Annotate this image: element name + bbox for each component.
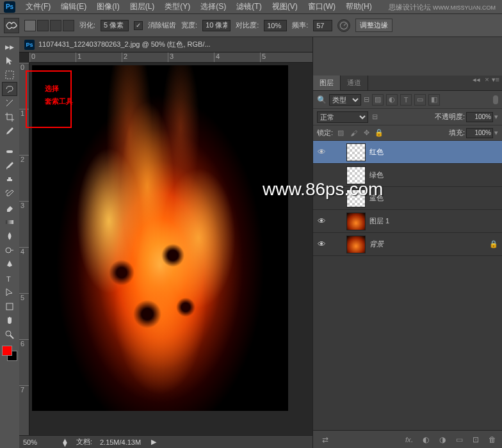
layer-row[interactable]: 👁 红色 <box>313 141 502 164</box>
lock-all-icon[interactable]: 🔒 <box>374 128 384 138</box>
lock-position-icon[interactable]: ✥ <box>361 128 371 138</box>
refine-edge-button[interactable]: 调整边缘 <box>355 19 393 32</box>
selection-new[interactable] <box>24 20 36 31</box>
eraser-tool[interactable] <box>2 201 17 215</box>
document-tab[interactable]: Ps 11074431_122403780263_2.jpg @ 50% (红色… <box>19 37 312 52</box>
opacity-input[interactable] <box>466 112 493 122</box>
menu-filter[interactable]: 滤镜(T) <box>231 1 266 12</box>
tab-layers[interactable]: 图层 <box>313 76 341 90</box>
filter-smart-icon[interactable]: ◧ <box>428 94 440 106</box>
filter-toggle[interactable] <box>493 95 498 104</box>
eyedropper-tool[interactable] <box>2 124 17 138</box>
dodge-tool[interactable] <box>2 243 17 257</box>
layer-thumbnail[interactable] <box>346 189 366 207</box>
layer-thumbnail[interactable] <box>346 166 366 184</box>
menu-type[interactable]: 类型(Y) <box>159 1 195 12</box>
toolbar: ▸▸ T <box>0 37 19 448</box>
antialias-checkbox[interactable]: ✓ <box>134 21 143 30</box>
feather-input[interactable] <box>101 20 129 31</box>
menu-layer[interactable]: 图层(L) <box>125 1 160 12</box>
menu-view[interactable]: 视图(V) <box>267 1 303 12</box>
layer-thumbnail[interactable] <box>346 212 366 230</box>
zoom-stepper[interactable]: ▲▼ <box>61 438 69 446</box>
panel-collapse-icon[interactable]: ◂◂ <box>473 76 480 84</box>
menu-help[interactable]: 帮助(H) <box>341 1 377 12</box>
menu-edit[interactable]: 编辑(E) <box>56 1 92 12</box>
filter-dropdown-icon[interactable]: ⊟ <box>364 95 369 104</box>
frequency-input[interactable] <box>313 20 332 31</box>
collapse-icon[interactable]: ▸▸ <box>2 40 17 54</box>
layer-thumbnail[interactable] <box>346 236 366 253</box>
filter-type-select[interactable]: 类型 <box>329 94 361 106</box>
delete-layer-icon[interactable]: 🗑 <box>487 434 498 445</box>
layer-fx-icon[interactable]: fx. <box>403 434 415 445</box>
selection-subtract[interactable] <box>50 20 61 31</box>
healing-brush-tool[interactable] <box>2 145 17 159</box>
zoom-tool[interactable] <box>2 328 17 342</box>
blend-mode-select[interactable]: 正常 <box>317 111 368 123</box>
filter-shape-icon[interactable]: ▭ <box>414 94 426 106</box>
visibility-icon[interactable]: 👁 <box>316 147 327 157</box>
move-tool[interactable] <box>2 54 17 68</box>
pressure-icon[interactable] <box>337 19 350 32</box>
lock-pixels-icon[interactable]: 🖌 <box>348 128 359 138</box>
path-select-tool[interactable] <box>2 285 17 300</box>
width-input[interactable] <box>202 20 231 31</box>
panel-menu-icon[interactable]: ▾≡ <box>492 76 499 84</box>
blur-tool[interactable] <box>2 229 17 243</box>
adjustment-layer-icon[interactable]: ◑ <box>437 434 448 445</box>
history-brush-tool[interactable] <box>2 187 17 201</box>
lasso-tool[interactable] <box>2 82 17 96</box>
brush-tool[interactable] <box>2 159 17 173</box>
layer-thumbnail[interactable] <box>346 143 366 161</box>
group-icon[interactable]: ▭ <box>453 434 465 445</box>
crop-tool[interactable] <box>2 110 17 124</box>
visibility-icon[interactable]: 👁 <box>316 216 327 226</box>
layer-row[interactable]: 蓝色 <box>313 187 502 210</box>
tab-channels[interactable]: 通道 <box>341 76 368 90</box>
contrast-input[interactable] <box>264 20 287 31</box>
lock-transparency-icon[interactable]: ▨ <box>336 128 346 138</box>
pen-tool[interactable] <box>2 257 17 271</box>
menu-file[interactable]: 文件(F) <box>20 1 56 12</box>
ruler-horizontal[interactable]: 012345 <box>29 52 312 63</box>
layer-row[interactable]: 👁 图层 1 <box>313 210 502 233</box>
marquee-tool[interactable] <box>2 68 17 82</box>
foreground-color[interactable] <box>2 346 12 356</box>
canvas[interactable] <box>32 65 288 411</box>
color-swatches[interactable] <box>2 346 17 361</box>
ruler-vertical[interactable]: 01234567 <box>19 63 29 435</box>
layer-name[interactable]: 绿色 <box>369 170 499 180</box>
zoom-level[interactable]: 50% <box>23 438 54 446</box>
selection-intersect[interactable] <box>63 20 74 31</box>
fill-input[interactable] <box>466 128 493 138</box>
menu-image[interactable]: 图像(I) <box>92 1 124 12</box>
layer-name[interactable]: 图层 1 <box>369 216 499 226</box>
clone-stamp-tool[interactable] <box>2 173 17 187</box>
type-tool[interactable]: T <box>2 271 17 285</box>
filter-type-icon[interactable]: T <box>400 94 412 106</box>
hand-tool[interactable] <box>2 314 17 328</box>
link-layers-icon[interactable]: ⇄ <box>320 434 331 445</box>
filter-adjust-icon[interactable]: ◐ <box>386 94 398 106</box>
contrast-label: 对比度: <box>236 20 259 30</box>
visibility-icon[interactable]: 👁 <box>316 239 327 249</box>
layer-name[interactable]: 红色 <box>369 147 499 157</box>
layer-name[interactable]: 背景 <box>369 239 485 249</box>
panel-close-icon[interactable]: × <box>485 76 489 84</box>
current-tool-icon[interactable] <box>4 18 19 33</box>
layer-row[interactable]: 👁 背景 🔒 <box>313 233 502 256</box>
menu-window[interactable]: 窗口(W) <box>303 1 341 12</box>
layer-name[interactable]: 蓝色 <box>369 193 499 203</box>
shape-tool[interactable] <box>2 300 17 314</box>
search-icon[interactable]: 🔍 <box>317 95 327 104</box>
layer-mask-icon[interactable]: ◐ <box>420 434 432 445</box>
selection-add[interactable] <box>37 20 49 31</box>
new-layer-icon[interactable]: ⊡ <box>470 434 482 445</box>
filter-pixel-icon[interactable]: ▨ <box>372 94 384 106</box>
magic-wand-tool[interactable] <box>2 96 17 110</box>
layer-row[interactable]: 绿色 <box>313 164 502 187</box>
menu-select[interactable]: 选择(S) <box>195 1 231 12</box>
gradient-tool[interactable] <box>2 215 17 229</box>
status-arrow-icon[interactable]: ▶ <box>151 438 156 446</box>
